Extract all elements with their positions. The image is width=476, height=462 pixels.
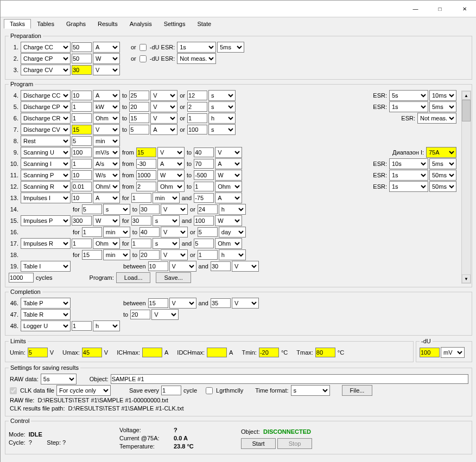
esr2-select[interactable]: 10ms: [429, 90, 456, 101]
val3-input[interactable]: [194, 216, 214, 226]
val1-input[interactable]: [72, 147, 92, 157]
stop-button[interactable]: Stop: [277, 438, 312, 449]
val3-input[interactable]: [194, 193, 214, 203]
unit3-select[interactable]: Ohm: [215, 238, 242, 249]
scroll-thumb[interactable]: [462, 100, 471, 121]
val3-input[interactable]: [194, 159, 214, 169]
type-select[interactable]: Table R: [21, 309, 71, 320]
unit1-select[interactable]: A: [93, 90, 120, 101]
val3-input[interactable]: [198, 204, 218, 214]
val1-input[interactable]: [72, 113, 92, 123]
val2-input[interactable]: [139, 250, 160, 260]
type-select[interactable]: Scanning R: [21, 181, 71, 192]
scroll-up-icon[interactable]: ▲: [462, 91, 471, 100]
du-unit-select[interactable]: mV: [441, 347, 465, 358]
val2-input[interactable]: [131, 193, 151, 203]
minimize-button[interactable]: —: [403, 1, 428, 17]
unit3-select[interactable]: W: [215, 215, 242, 226]
range-select[interactable]: 75A: [426, 147, 456, 158]
esr1-select[interactable]: 1s: [177, 42, 216, 53]
close-button[interactable]: ✕: [452, 1, 476, 17]
unit1-select[interactable]: A: [93, 42, 120, 53]
val3-input[interactable]: [198, 227, 218, 237]
unit2-select[interactable]: Ohm: [157, 181, 185, 192]
esr1-select[interactable]: Not meas.: [177, 53, 216, 64]
unit2-select[interactable]: min: [153, 193, 180, 203]
save-every-input[interactable]: [161, 386, 181, 395]
cycles-input[interactable]: [9, 273, 34, 283]
type-select[interactable]: Discharge CV: [21, 124, 71, 135]
unit3-select[interactable]: h: [208, 113, 236, 124]
val2-input[interactable]: [148, 298, 168, 308]
unit2-select[interactable]: V: [161, 204, 188, 215]
val1-input[interactable]: [72, 42, 92, 52]
val1-input[interactable]: [72, 170, 92, 180]
val2-input[interactable]: [136, 182, 156, 191]
unit2-select[interactable]: V: [161, 249, 188, 260]
unit3-select[interactable]: A: [215, 158, 242, 169]
type-select[interactable]: Logger U: [21, 320, 71, 331]
unit1-select[interactable]: min: [93, 136, 120, 146]
umax-input[interactable]: [82, 348, 102, 357]
unit3-select[interactable]: h: [219, 249, 246, 260]
val3-input[interactable]: [198, 250, 218, 260]
save-button[interactable]: Save...: [156, 272, 191, 283]
val3-input[interactable]: [211, 298, 231, 308]
esr1-select[interactable]: 1s: [389, 181, 428, 192]
val1-input[interactable]: [72, 193, 92, 203]
unit3-select[interactable]: h: [219, 204, 246, 215]
unit3-select[interactable]: s: [208, 90, 236, 101]
unit2-select[interactable]: V: [169, 261, 196, 272]
unit1-select[interactable]: V: [93, 124, 120, 135]
esr1-select[interactable]: Not meas.: [417, 113, 456, 124]
val2-input[interactable]: [129, 125, 149, 134]
unit1-select[interactable]: min: [103, 227, 130, 238]
val1-input[interactable]: [72, 125, 92, 134]
object-input[interactable]: [111, 374, 468, 384]
val1-input[interactable]: [72, 182, 92, 191]
type-select[interactable]: Impulses R: [21, 238, 71, 249]
unit3-select[interactable]: V: [215, 147, 242, 158]
val1-input[interactable]: [72, 91, 92, 100]
unit2-select[interactable]: V: [150, 113, 177, 124]
clk-mode-select[interactable]: For cycle only: [56, 385, 111, 396]
val2-input[interactable]: [130, 310, 150, 319]
unit2-select[interactable]: V: [150, 101, 177, 112]
val1-input[interactable]: [72, 239, 92, 248]
tab-analysis[interactable]: Analysis: [124, 19, 158, 29]
unit1-select[interactable]: kW: [93, 101, 120, 112]
val3-input[interactable]: [194, 239, 214, 248]
unit3-select[interactable]: Ohm: [215, 181, 242, 192]
unit2-select[interactable]: V: [151, 309, 179, 320]
umin-input[interactable]: [28, 348, 48, 357]
unit2-select[interactable]: W: [157, 170, 185, 181]
val3-input[interactable]: [187, 91, 207, 100]
unit3-select[interactable]: V: [232, 261, 259, 272]
type-select[interactable]: Discharge CP: [21, 101, 71, 112]
val2-input[interactable]: [129, 113, 149, 123]
val2-input[interactable]: [136, 170, 156, 180]
scroll-down-icon[interactable]: ▼: [462, 274, 471, 283]
tmin-input[interactable]: [259, 348, 279, 357]
ichmax-input[interactable]: [142, 348, 162, 357]
val2-input[interactable]: [148, 261, 168, 271]
esr2-select[interactable]: 50ms: [429, 170, 456, 181]
unit3-select[interactable]: V: [232, 298, 259, 309]
type-select[interactable]: Table I: [21, 261, 71, 272]
val3-input[interactable]: [194, 170, 214, 180]
unit2-select[interactable]: V: [169, 298, 196, 309]
val2-input[interactable]: [139, 227, 160, 237]
unit2-select[interactable]: A: [150, 124, 177, 135]
unit1-select[interactable]: A/s: [93, 158, 120, 169]
type-select[interactable]: Impulses P: [21, 215, 71, 226]
val2-input[interactable]: [129, 91, 149, 100]
unit3-select[interactable]: s: [208, 101, 236, 112]
esr1-select[interactable]: 1s: [389, 170, 428, 181]
val1-input[interactable]: [72, 65, 92, 75]
tab-tasks[interactable]: Tasks: [4, 19, 31, 29]
val2-input[interactable]: [131, 239, 151, 248]
time-format-select[interactable]: s: [291, 385, 330, 396]
type-select[interactable]: Rest: [21, 136, 71, 146]
val1-input[interactable]: [82, 227, 102, 237]
unit1-select[interactable]: h: [93, 320, 120, 331]
